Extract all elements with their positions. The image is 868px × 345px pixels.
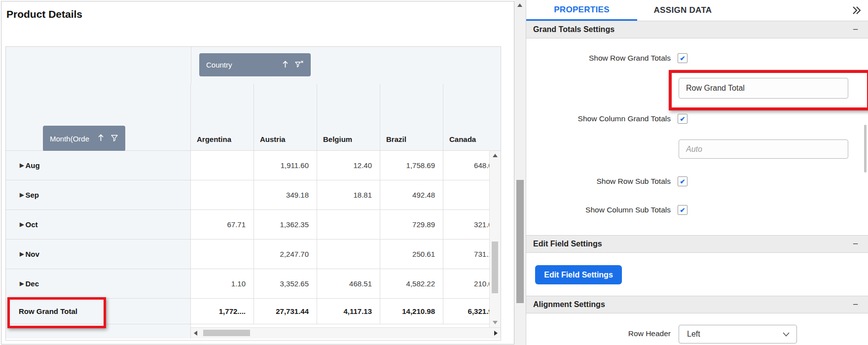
column-header-brazil: Brazil: [380, 84, 443, 151]
row-header-cell: Nov: [6, 240, 191, 269]
scroll-left-icon[interactable]: [194, 331, 197, 336]
value-cell: [317, 210, 380, 240]
value-cell: 1,758.69: [380, 151, 443, 180]
screenshot-root: Product Details Country: [0, 0, 868, 345]
edit-field-settings-button[interactable]: Edit Field Settings: [535, 265, 622, 284]
show-row-sub-totals-checkbox[interactable]: ✔: [678, 176, 687, 186]
row-header-label: Nov: [25, 250, 39, 258]
field-label: Month(Orde…: [50, 135, 90, 143]
row-header-dropdown[interactable]: Left: [679, 325, 797, 344]
row-header-cell: Row Grand Total: [6, 299, 191, 324]
value-cell: 12.40: [317, 151, 380, 180]
row-header-label: Dec: [25, 279, 39, 288]
row-field-button-month[interactable]: Month(Orde…: [43, 126, 125, 151]
table-row: Nov2,247.70250.61731.19: [6, 240, 501, 269]
row-header-cell: Sep: [6, 180, 191, 210]
row-header-cell: Dec: [6, 269, 191, 299]
scroll-right-icon[interactable]: [494, 331, 498, 336]
expand-icon[interactable]: [20, 192, 24, 198]
row-header-footer-strip: [6, 324, 191, 339]
value-cell: [317, 240, 380, 269]
show-row-grand-totals-checkbox[interactable]: ✔: [678, 53, 687, 63]
column-header-label: Austria: [260, 135, 286, 143]
expand-icon[interactable]: [20, 251, 24, 257]
value-cell: 250.61: [380, 240, 443, 269]
filter-clear-icon[interactable]: [295, 60, 304, 69]
value-cell: 2,247.70: [254, 240, 317, 269]
grand-total-row: Row Grand Total1,772....27,731.444,117.1…: [6, 299, 501, 324]
value-cell: 1,772....: [191, 299, 254, 324]
row-header-label: Sep: [25, 191, 39, 199]
table-row: Aug1,911.6012.401,758.69648.02: [6, 151, 501, 180]
value-cell: 1,362.35: [254, 210, 317, 240]
dropdown-value: Left: [687, 330, 700, 339]
value-cell: [191, 240, 254, 269]
column-field-button-country[interactable]: Country: [199, 53, 311, 76]
expand-icon[interactable]: [20, 162, 24, 169]
scroll-up-icon[interactable]: [493, 154, 498, 157]
row-header-cell: Aug: [6, 151, 191, 180]
sort-up-icon[interactable]: [97, 134, 105, 143]
pivot-corner-cell: [6, 47, 191, 84]
value-cell: 1,911.60: [254, 151, 317, 180]
value-cell: 27,731.44: [254, 299, 317, 324]
sort-up-icon[interactable]: [282, 60, 289, 70]
table-horizontal-scrollbar[interactable]: [191, 327, 501, 339]
section-edit-field-settings[interactable]: Edit Field Settings −: [526, 235, 868, 253]
column-header-canada: Canada: [443, 84, 501, 151]
section-title: Edit Field Settings: [533, 240, 602, 248]
value-cell: 3,352.65: [254, 269, 317, 299]
page-title: Product Details: [6, 8, 82, 20]
panel-scroll-thumb[interactable]: [864, 125, 867, 172]
horizontal-scroll-thumb[interactable]: [203, 330, 250, 336]
pivot-rows: Aug1,911.6012.401,758.69648.02Sep349.181…: [6, 151, 501, 324]
properties-panel: PROPERTIES ASSIGN DATA Grand Totals Sett…: [526, 0, 868, 345]
value-cell: 67.71: [191, 210, 254, 240]
row-header-label: Oct: [25, 220, 37, 229]
column-header-belgium: Belgium: [317, 84, 380, 151]
value-cell: 1.10: [191, 269, 254, 299]
show-row-sub-totals-label: Show Row Sub Totals: [526, 177, 671, 186]
expand-icon[interactable]: [20, 280, 24, 287]
page-scroll-thumb[interactable]: [516, 180, 524, 303]
section-title: Alignment Settings: [533, 300, 605, 309]
field-label: Country: [206, 61, 275, 69]
value-cell: [191, 151, 254, 180]
show-column-sub-totals-checkbox[interactable]: ✔: [678, 205, 687, 215]
table-row: Sep349.1818.81492.48: [6, 180, 501, 210]
column-header-label: Brazil: [386, 135, 406, 143]
collapse-panel-icon[interactable]: [851, 5, 861, 17]
value-cell: 729.89: [380, 210, 443, 240]
column-header-label: Argentina: [197, 135, 231, 143]
chevron-down-icon: [783, 332, 790, 337]
expand-icon[interactable]: [20, 221, 24, 228]
column-header-austria: Austria: [254, 84, 317, 151]
show-row-grand-totals-label: Show Row Grand Totals: [526, 54, 671, 63]
row-header-label: Row Grand Total: [19, 307, 77, 315]
column-header-label: Canada: [449, 135, 476, 143]
section-title: Grand Totals Settings: [533, 25, 615, 34]
section-alignment-settings[interactable]: Alignment Settings −: [526, 296, 868, 313]
collapse-section-icon[interactable]: −: [853, 239, 858, 249]
value-cell: 349.18: [254, 180, 317, 210]
show-column-grand-totals-label: Show Column Grand Totals: [526, 114, 671, 123]
vertical-scroll-thumb[interactable]: [492, 242, 498, 293]
collapse-section-icon[interactable]: −: [853, 299, 858, 310]
tab-assign-data[interactable]: ASSIGN DATA: [637, 0, 728, 21]
column-grand-total-text-input[interactable]: [679, 139, 848, 159]
table-vertical-scrollbar[interactable]: [489, 151, 501, 327]
column-headers: ArgentinaAustriaBelgiumBrazilCanada: [191, 84, 501, 151]
filter-icon[interactable]: [110, 134, 118, 143]
row-header-cell: Oct: [6, 210, 191, 240]
value-cell: 468.51: [317, 269, 380, 299]
pivot-card: Product Details Country: [1, 1, 514, 345]
scroll-down-icon[interactable]: [493, 321, 498, 324]
show-column-grand-totals-checkbox[interactable]: ✔: [678, 114, 687, 124]
panel-tabbar: PROPERTIES ASSIGN DATA: [526, 0, 868, 21]
tab-properties[interactable]: PROPERTIES: [526, 0, 637, 21]
section-grand-totals-settings[interactable]: Grand Totals Settings −: [526, 21, 868, 38]
collapse-section-icon[interactable]: −: [853, 24, 858, 35]
scroll-up-icon[interactable]: [517, 3, 522, 7]
page-vertical-scrollbar[interactable]: [514, 0, 526, 345]
row-grand-total-text-input[interactable]: [679, 78, 848, 99]
